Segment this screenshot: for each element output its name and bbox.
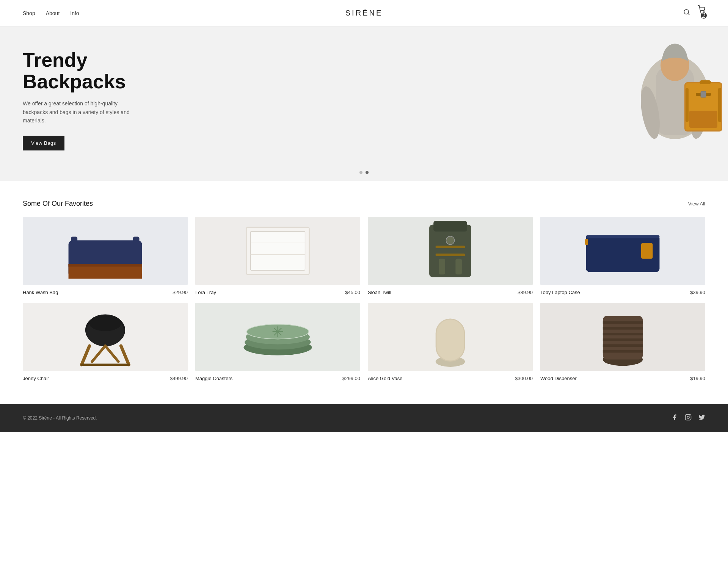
carousel-dots — [359, 171, 369, 174]
svg-rect-14 — [689, 111, 717, 128]
header: Shop About Info SIRÈNE 2 — [0, 0, 728, 27]
svg-rect-20 — [71, 236, 78, 244]
product-image — [23, 303, 188, 371]
header-icons: 2 — [683, 5, 705, 21]
product-info: Wood Dispenser $19.90 — [540, 376, 705, 381]
svg-rect-31 — [439, 258, 445, 274]
svg-rect-59 — [603, 321, 643, 324]
products-section: Some Of Our Favorites View All Hank Wash… — [0, 181, 728, 404]
dot-2[interactable] — [366, 171, 369, 174]
instagram-icon[interactable] — [685, 414, 692, 422]
dot-1[interactable] — [359, 171, 362, 174]
product-info: Alice Gold Vase $300.00 — [368, 376, 533, 381]
product-card[interactable]: Sloan Twill $89.90 — [368, 217, 533, 295]
product-name: Hank Wash Bag — [23, 290, 58, 295]
product-name: Sloan Twill — [368, 290, 391, 295]
product-name: Toby Laptop Case — [540, 290, 580, 295]
svg-line-41 — [121, 346, 129, 365]
svg-rect-23 — [251, 231, 305, 270]
product-info: Lora Tray $45.00 — [195, 290, 360, 295]
svg-rect-12 — [718, 88, 721, 122]
hero-section: Trendy Backpacks We offer a great select… — [0, 27, 728, 181]
svg-line-42 — [92, 346, 105, 362]
hero-cta-button[interactable]: View Bags — [23, 136, 64, 150]
hero-image-area — [328, 27, 728, 181]
svg-rect-32 — [455, 258, 462, 274]
svg-rect-16 — [701, 91, 706, 97]
product-card[interactable]: Toby Laptop Case $39.90 — [540, 217, 705, 295]
products-grid: Hank Wash Bag $29.90 Lora Tray $45.00 — [23, 217, 705, 381]
svg-rect-34 — [586, 235, 660, 238]
facebook-icon[interactable] — [671, 414, 678, 422]
svg-point-39 — [89, 316, 121, 331]
brand-logo[interactable]: SIRÈNE — [345, 9, 383, 17]
svg-point-2 — [700, 12, 701, 13]
product-price: $89.90 — [518, 290, 533, 295]
product-price: $19.90 — [690, 376, 705, 381]
svg-point-30 — [446, 236, 454, 244]
product-image — [368, 217, 533, 285]
product-card[interactable]: Lora Tray $45.00 — [195, 217, 360, 295]
product-image — [195, 303, 360, 371]
product-info: Toby Laptop Case $39.90 — [540, 290, 705, 295]
hero-content: Trendy Backpacks We offer a great select… — [0, 27, 190, 181]
product-price: $300.00 — [515, 376, 533, 381]
product-price: $499.90 — [170, 376, 188, 381]
view-all-link[interactable]: View All — [688, 201, 705, 207]
nav-about[interactable]: About — [46, 10, 60, 16]
cart-badge: 2 — [701, 13, 707, 19]
products-title: Some Of Our Favorites — [23, 200, 93, 208]
product-card[interactable]: Wood Dispenser $19.90 — [540, 303, 705, 381]
product-card[interactable]: Maggie Coasters $299.00 — [195, 303, 360, 381]
svg-rect-29 — [436, 253, 465, 256]
svg-rect-19 — [69, 264, 142, 266]
social-links — [671, 414, 705, 422]
svg-rect-62 — [603, 338, 643, 341]
svg-rect-21 — [133, 236, 140, 244]
svg-rect-26 — [429, 224, 471, 277]
svg-line-40 — [82, 346, 89, 365]
nav-shop[interactable]: Shop — [23, 10, 35, 16]
svg-rect-63 — [603, 344, 643, 347]
hero-backpack-image — [592, 37, 728, 181]
product-image — [540, 217, 705, 285]
hero-title: Trendy Backpacks — [23, 49, 167, 92]
nav-info[interactable]: Info — [70, 10, 79, 16]
products-header: Some Of Our Favorites View All — [23, 200, 705, 208]
product-image — [23, 217, 188, 285]
cart-icon[interactable]: 2 — [698, 5, 705, 21]
product-card[interactable]: Hank Wash Bag $29.90 — [23, 217, 188, 295]
svg-rect-56 — [437, 319, 464, 360]
svg-rect-61 — [603, 332, 643, 335]
svg-rect-27 — [433, 221, 467, 232]
twitter-icon[interactable] — [698, 414, 705, 422]
svg-rect-35 — [641, 243, 653, 259]
product-info: Jenny Chair $499.90 — [23, 376, 188, 381]
product-name: Lora Tray — [195, 290, 216, 295]
product-card[interactable]: Jenny Chair $499.90 — [23, 303, 188, 381]
product-name: Wood Dispenser — [540, 376, 577, 381]
svg-rect-13 — [700, 80, 711, 84]
svg-rect-64 — [603, 350, 643, 352]
svg-rect-36 — [585, 239, 588, 245]
product-price: $29.90 — [173, 290, 188, 295]
product-price: $45.00 — [345, 290, 360, 295]
hero-subtitle: We offer a great selection of high-quali… — [23, 99, 144, 125]
product-card[interactable]: Alice Gold Vase $300.00 — [368, 303, 533, 381]
product-image — [368, 303, 533, 371]
product-name: Alice Gold Vase — [368, 376, 403, 381]
svg-rect-28 — [436, 246, 465, 248]
svg-line-1 — [688, 13, 689, 14]
copyright-text: © 2022 Sirène - All Rights Reserved. — [23, 415, 97, 421]
product-price: $39.90 — [690, 290, 705, 295]
footer: © 2022 Sirène - All Rights Reserved. — [0, 404, 728, 432]
svg-rect-60 — [603, 327, 643, 329]
product-info: Hank Wash Bag $29.90 — [23, 290, 188, 295]
product-info: Maggie Coasters $299.00 — [195, 376, 360, 381]
product-name: Jenny Chair — [23, 376, 49, 381]
svg-rect-65 — [686, 414, 691, 420]
main-nav: Shop About Info — [23, 10, 79, 16]
svg-point-67 — [689, 415, 690, 416]
search-icon[interactable] — [683, 9, 690, 17]
svg-point-66 — [687, 416, 689, 418]
